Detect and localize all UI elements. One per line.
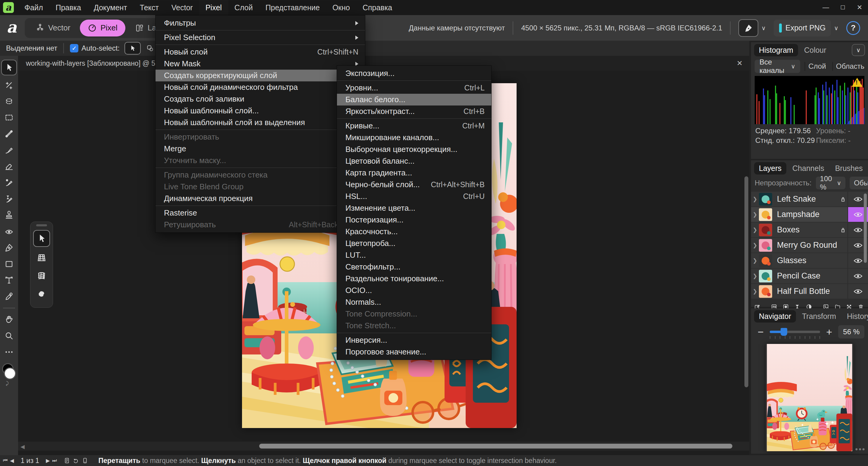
resize-grip[interactable]: ●●●	[855, 446, 866, 452]
menu-item[interactable]: Динамическая проекция	[156, 193, 365, 205]
menu-item[interactable]: Инвертировать Ctrl+I	[156, 131, 365, 143]
opacity-dropdown[interactable]: 100 %∨	[816, 177, 846, 189]
submenu-item[interactable]: Кривые... Ctrl+M	[337, 120, 491, 132]
menubar-item[interactable]: Документ	[87, 0, 133, 15]
menubar-item[interactable]: Представление	[259, 0, 326, 15]
pen-tool[interactable]	[2, 241, 16, 254]
persona-pixel-button[interactable]: Pixel	[80, 20, 125, 36]
menubar-item[interactable]: Справка	[356, 0, 398, 15]
layer-checkbox[interactable]	[804, 62, 805, 71]
submenu-item[interactable]: Инверсия...	[337, 334, 491, 346]
layers-scrollbar-thumb[interactable]	[864, 193, 867, 263]
menu-item[interactable]: Rasterise	[156, 207, 365, 219]
submenu-item[interactable]: Изменение цвета...	[337, 202, 491, 214]
flyout-perspective-tool[interactable]	[34, 250, 49, 265]
submenu-item[interactable]: Цветопроба...	[337, 238, 491, 249]
clipping-warning-icon[interactable]	[852, 78, 863, 87]
navigator-preview[interactable]	[766, 344, 854, 451]
panel-tab[interactable]: Histogram	[754, 44, 798, 56]
visibility-toggle[interactable]	[847, 284, 868, 299]
menubar-item[interactable]: Vector	[165, 0, 199, 15]
submenu-item[interactable]: Баланс белого...	[337, 94, 491, 105]
layer-thumbnail[interactable]	[759, 254, 772, 267]
visibility-toggle[interactable]	[847, 269, 868, 283]
zoom-in-button[interactable]: +	[823, 326, 835, 338]
scroll-left-icon[interactable]: ◀	[21, 443, 25, 450]
orientation-icon[interactable]	[82, 457, 88, 464]
submenu-item[interactable]: Пороговое значение...	[337, 346, 491, 358]
menu-item[interactable]: Pixel Selection	[156, 32, 365, 43]
layer-name[interactable]: Lampshade	[777, 210, 847, 219]
menu-item[interactable]: Merge	[156, 143, 365, 155]
menu-item[interactable]: Live Tone Blend Group	[156, 181, 365, 193]
document-tab-title[interactable]: working-with-layers [Заблокировано] @ 56…	[26, 59, 165, 67]
horizontal-scrollbar[interactable]: ◀	[18, 442, 749, 451]
submenu-item[interactable]: Tone Compression...	[337, 308, 491, 320]
submenu-item[interactable]: Светофильтр...	[337, 261, 491, 273]
expand-chevron-icon[interactable]: ❯	[751, 257, 759, 264]
next-page-icon[interactable]: ▶	[46, 458, 50, 464]
drag-handle[interactable]	[36, 224, 47, 226]
layer-row[interactable]: ❯ Glasses	[751, 253, 868, 268]
panel-tab[interactable]: History	[842, 310, 868, 322]
colour-swatches[interactable]: ⤸	[1, 363, 17, 380]
expand-chevron-icon[interactable]: ❯	[751, 242, 759, 249]
red-eye-removal-tool[interactable]	[2, 225, 16, 238]
zoom-tool[interactable]	[2, 329, 16, 342]
layer-thumbnail[interactable]	[759, 208, 772, 221]
expand-chevron-icon[interactable]: ❯	[751, 273, 759, 279]
panel-tab[interactable]: Navigator	[754, 310, 796, 322]
flood-select-tool[interactable]	[2, 95, 16, 108]
minimize-button[interactable]: —	[817, 0, 834, 15]
menu-item[interactable]: Новый шаблонный слой...	[156, 105, 365, 117]
submenu-item[interactable]: Яркость/контраст... Ctrl+B	[337, 105, 491, 117]
previous-page-icon[interactable]: ◀	[10, 458, 14, 464]
tab-close-icon[interactable]: ✕	[737, 59, 743, 67]
vertical-scroll-thumb[interactable]	[744, 176, 748, 387]
zoom-value[interactable]: 56 %	[838, 325, 864, 339]
node-tool[interactable]	[2, 79, 16, 92]
menubar-item[interactable]: Правка	[49, 0, 87, 15]
menu-item[interactable]: New Mask	[156, 58, 365, 70]
zoom-out-button[interactable]: −	[755, 326, 767, 338]
submenu-item[interactable]: Цветовой баланс...	[337, 155, 491, 167]
expand-chevron-icon[interactable]: ❯	[751, 196, 759, 203]
submenu-item[interactable]: Раздельное тонирование...	[337, 273, 491, 284]
menubar-item[interactable]: Текст	[133, 0, 165, 15]
layer-row[interactable]: ❯ Lampshade	[751, 207, 868, 222]
panel-tab[interactable]: Transform	[797, 310, 841, 322]
reset-rotation-icon[interactable]	[73, 457, 79, 464]
submenu-item[interactable]: HSL... Ctrl+U	[337, 190, 491, 202]
expand-chevron-icon[interactable]: ❯	[751, 211, 759, 218]
menu-item[interactable]: Уточнить маску...	[156, 155, 365, 166]
panel-tab[interactable]: Channels	[787, 162, 829, 175]
zoom-slider[interactable]	[770, 331, 820, 333]
submenu-item[interactable]: Красочность...	[337, 226, 491, 238]
menubar-item[interactable]: Pixel	[199, 0, 228, 15]
horizontal-scroll-thumb[interactable]	[259, 444, 733, 448]
menu-item[interactable]: Создать корректирующий слой	[156, 70, 365, 82]
layer-thumbnail[interactable]	[759, 224, 772, 236]
close-button[interactable]: ✕	[851, 0, 868, 15]
channels-dropdown[interactable]: Все каналы ∨	[755, 60, 800, 73]
more-tools[interactable]	[2, 345, 16, 359]
colour-picker-tool[interactable]	[2, 290, 16, 303]
menubar-item[interactable]: Окно	[326, 0, 356, 15]
chevron-down-icon[interactable]: ∨	[834, 24, 838, 32]
layer-row[interactable]: ❯ Merry Go Round	[751, 238, 868, 253]
layer-row[interactable]: ❯ Boxes	[751, 222, 868, 237]
submenu-item[interactable]: OCIO...	[337, 284, 491, 296]
menu-item[interactable]: Новый шаблонный слой из выделения	[156, 117, 365, 128]
layer-name[interactable]: Boxes	[777, 225, 838, 235]
last-page-icon[interactable]: ⏭	[52, 458, 57, 464]
persona-vector-button[interactable]: Vector	[28, 20, 79, 36]
submenu-item[interactable]: Черно-белый слой... Ctrl+Alt+Shift+B	[337, 179, 491, 190]
submenu-item[interactable]: Normals...	[337, 296, 491, 308]
marquee-select-tool[interactable]	[2, 111, 16, 124]
submenu-item[interactable]: Выборочная цветокоррекция...	[337, 144, 491, 155]
select-cursor-button[interactable]	[124, 42, 141, 55]
panel-tab[interactable]: Brushes	[830, 162, 868, 175]
zoom-slider-thumb[interactable]	[781, 328, 787, 336]
quick-tool-button[interactable]	[738, 19, 758, 37]
primary-colour-swatch[interactable]	[4, 367, 16, 379]
